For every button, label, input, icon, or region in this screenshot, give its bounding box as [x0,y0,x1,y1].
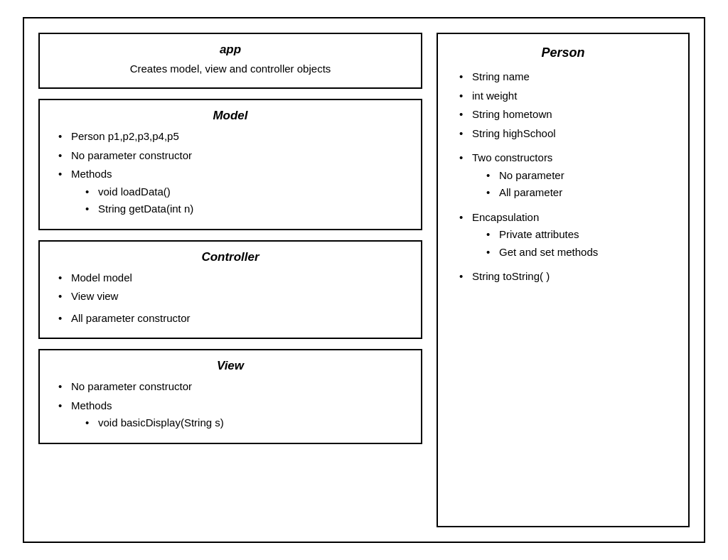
app-title: app [51,43,410,57]
list-item: Private attributes [486,227,674,243]
list-item: int weight [459,88,674,104]
controller-title: Controller [51,250,410,264]
list-item: String hometown [459,107,674,123]
list-item: void loadData() [85,184,410,200]
encapsulation-list: Private attributes Get and set methods [472,227,674,260]
app-subtitle: Creates model, view and controller objec… [51,63,410,75]
person-title: Person [452,45,674,60]
model-methods-list: void loadData() String getData(int n) [71,184,410,217]
person-list: String name int weight String hometown S… [452,69,674,285]
app-box: app Creates model, view and controller o… [38,33,422,89]
list-item: All parameter [486,185,674,201]
list-item: No parameter constructor [58,379,410,395]
controller-box: Controller Model model View view All par… [38,240,422,340]
list-item: Encapsulation Private attributes Get and… [459,210,674,261]
left-column: app Creates model, view and controller o… [38,33,422,527]
view-list: No parameter constructor Methods void ba… [51,379,410,431]
list-item: Methods void loadData() String getData(i… [58,166,410,217]
controller-list: Model model View view All parameter cons… [51,270,410,327]
model-title: Model [51,109,410,123]
list-item: void basicDisplay(String s) [85,415,410,431]
list-item: All parameter constructor [58,311,410,327]
outer-container: app Creates model, view and controller o… [23,17,705,543]
list-item: Methods void basicDisplay(String s) [58,398,410,431]
model-list: Person p1,p2,p3,p4,p5 No parameter const… [51,129,410,217]
list-item: Person p1,p2,p3,p4,p5 [58,129,410,145]
list-item: No parameter [486,168,674,184]
constructors-list: No parameter All parameter [472,168,674,201]
list-item: String name [459,69,674,85]
view-title: View [51,359,410,373]
list-item: No parameter constructor [58,148,410,164]
view-methods-list: void basicDisplay(String s) [71,415,410,431]
list-item: String highSchool [459,126,674,142]
view-box: View No parameter constructor Methods vo… [38,349,422,444]
list-item: Model model [58,270,410,286]
list-item: String toString( ) [459,269,674,285]
list-item: String getData(int n) [85,201,410,217]
list-item: Two constructors No parameter All parame… [459,150,674,201]
right-column: Person String name int weight String hom… [437,33,690,527]
model-box: Model Person p1,p2,p3,p4,p5 No parameter… [38,99,422,230]
list-item: View view [58,289,410,305]
list-item: Get and set methods [486,244,674,261]
